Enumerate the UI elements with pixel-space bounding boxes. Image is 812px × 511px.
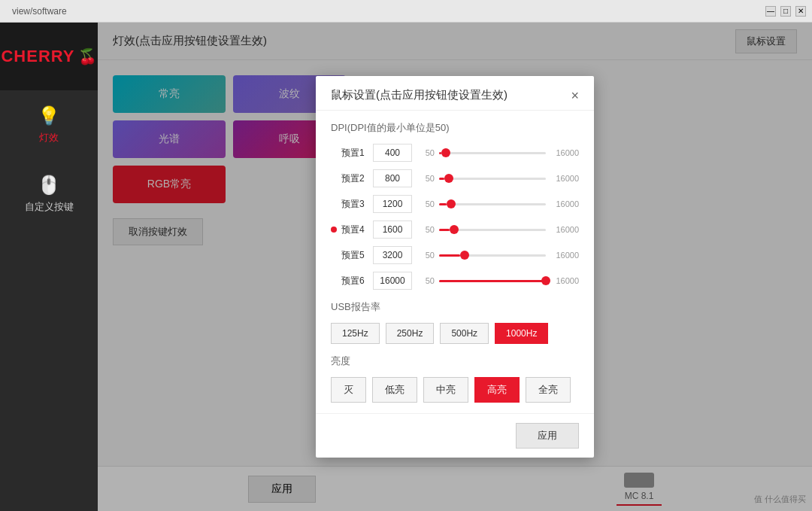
dpi-label-4: 预置4 [341, 224, 368, 236]
dpi-slider-container-1[interactable] [439, 145, 546, 160]
custom-icon: 🖱️ [38, 175, 60, 196]
freq-1000hz-button[interactable]: 1000Hz [495, 323, 548, 344]
dpi-slider-track-6 [439, 280, 546, 282]
dpi-slider-container-3[interactable] [439, 196, 546, 211]
dpi-row-6: 预置6 50 16000 [331, 272, 579, 290]
dpi-min-5: 50 [417, 251, 435, 260]
dpi-slider-fill-2 [439, 178, 444, 180]
app-container: CHERRY 🍒 💡 灯效 🖱️ 自定义按键 灯效(点击应用按钮使设置生效) 鼠… [0, 23, 812, 511]
dpi-slider-thumb-6[interactable] [541, 276, 550, 285]
dpi-max-6: 16000 [550, 276, 579, 285]
dpi-min-3: 50 [417, 199, 435, 208]
sidebar-custom-label: 自定义按键 [25, 200, 74, 214]
dpi-value-1[interactable] [373, 144, 412, 162]
main-content: 灯效(点击应用按钮使设置生效) 鼠标设置 常亮 波纹 光谱 呼吸 RGB常亮 取… [98, 23, 812, 511]
dialog-overlay: 鼠标设置(点击应用按钮使设置生效) × DPI(DPI值的最小单位是50) 预置… [98, 23, 812, 511]
dpi-value-6[interactable] [373, 272, 412, 290]
minimize-button[interactable]: — [765, 6, 776, 17]
bright-full-button[interactable]: 全亮 [526, 377, 571, 403]
dpi-max-4: 16000 [550, 225, 579, 234]
title-bar-text: view/software [6, 6, 765, 17]
dpi-slider-fill-6 [439, 280, 546, 282]
freq-buttons: 125Hz 250Hz 500Hz 1000Hz [331, 323, 579, 344]
dpi-slider-track-2 [439, 178, 546, 180]
dpi-value-5[interactable] [373, 246, 412, 264]
dpi-slider-fill-5 [439, 254, 460, 257]
dpi-max-5: 16000 [550, 251, 579, 260]
dialog-body: DPI(DPI值的最小单位是50) 预置1 50 [316, 111, 594, 413]
freq-500hz-button[interactable]: 500Hz [440, 323, 489, 344]
dpi-label-6: 预置6 [341, 275, 368, 287]
bright-high-button[interactable]: 高亮 [474, 377, 520, 403]
dpi-slider-thumb-3[interactable] [447, 199, 456, 208]
dialog-apply-button[interactable]: 应用 [516, 423, 579, 449]
brightness-section: 亮度 灭 低亮 中亮 高亮 全亮 [331, 354, 579, 403]
dpi-label-1: 预置1 [341, 147, 368, 160]
dpi-max-3: 16000 [550, 199, 579, 208]
dpi-label-5: 预置5 [341, 249, 368, 262]
dpi-value-3[interactable] [373, 195, 412, 213]
dpi-min-2: 50 [417, 174, 435, 183]
dpi-row-4: 预置4 50 16000 [331, 221, 579, 239]
dpi-min-4: 50 [417, 225, 435, 234]
dpi-dot-5 [331, 252, 337, 258]
dpi-slider-track-1 [439, 152, 546, 154]
dpi-min-1: 50 [417, 148, 435, 157]
dialog-footer: 应用 [316, 413, 594, 458]
title-bar: view/software — □ ✕ [0, 0, 812, 23]
dpi-label-2: 预置2 [341, 172, 368, 185]
dpi-dot-1 [331, 150, 337, 156]
freq-125hz-button[interactable]: 125Hz [331, 323, 380, 344]
bright-mid-button[interactable]: 中亮 [423, 377, 468, 403]
dpi-row-3: 预置3 50 16000 [331, 195, 579, 213]
cherry-logo: CHERRY 🍒 [1, 47, 96, 66]
bright-off-button[interactable]: 灭 [331, 377, 366, 403]
dpi-row-5: 预置5 50 16000 [331, 246, 579, 264]
freq-250hz-button[interactable]: 250Hz [386, 323, 435, 344]
dpi-slider-container-4[interactable] [439, 222, 546, 237]
dpi-slider-track-4 [439, 229, 546, 231]
dpi-slider-fill-4 [439, 229, 450, 231]
dpi-slider-thumb-1[interactable] [441, 148, 450, 157]
dpi-slider-track-3 [439, 203, 546, 205]
maximize-button[interactable]: □ [780, 6, 791, 17]
usb-section: USB报告率 125Hz 250Hz 500Hz 1000Hz [331, 300, 579, 344]
dpi-row-1: 预置1 50 16000 [331, 144, 579, 162]
sidebar-logo: CHERRY 🍒 [0, 23, 98, 90]
sidebar-item-custom[interactable]: 🖱️ 自定义按键 [0, 160, 98, 229]
mouse-settings-dialog: 鼠标设置(点击应用按钮使设置生效) × DPI(DPI值的最小单位是50) 预置… [316, 76, 594, 458]
dpi-label-3: 预置3 [341, 198, 368, 211]
dpi-dot-2 [331, 175, 337, 181]
cherry-brand-text: CHERRY [1, 47, 74, 66]
bright-low-button[interactable]: 低亮 [372, 377, 417, 403]
dpi-slider-container-6[interactable] [439, 273, 546, 288]
dpi-row-2: 预置2 50 16000 [331, 169, 579, 187]
dpi-max-2: 16000 [550, 174, 579, 183]
cherry-logo-icon: 🍒 [78, 47, 97, 65]
sidebar: CHERRY 🍒 💡 灯效 🖱️ 自定义按键 [0, 23, 98, 511]
dpi-slider-fill-3 [439, 203, 447, 205]
lights-icon: 💡 [38, 105, 60, 126]
sidebar-item-lights[interactable]: 💡 灯效 [0, 90, 98, 160]
dpi-min-6: 50 [417, 276, 435, 285]
bright-buttons: 灭 低亮 中亮 高亮 全亮 [331, 377, 579, 403]
dpi-slider-thumb-4[interactable] [450, 225, 459, 234]
title-bar-buttons: — □ ✕ [765, 6, 806, 17]
dpi-slider-container-5[interactable] [439, 248, 546, 263]
dpi-slider-thumb-2[interactable] [444, 174, 453, 183]
dpi-dot-4 [331, 227, 337, 233]
dpi-value-2[interactable] [373, 169, 412, 187]
close-window-button[interactable]: ✕ [795, 6, 806, 17]
dpi-slider-container-2[interactable] [439, 171, 546, 186]
brightness-section-label: 亮度 [331, 354, 579, 368]
dpi-dot-6 [331, 278, 337, 284]
dialog-title: 鼠标设置(点击应用按钮使设置生效) [331, 88, 508, 102]
dialog-header: 鼠标设置(点击应用按钮使设置生效) × [316, 76, 594, 111]
dpi-slider-thumb-5[interactable] [460, 251, 469, 260]
dpi-section-label: DPI(DPI值的最小单位是50) [331, 121, 579, 135]
dpi-value-4[interactable] [373, 221, 412, 239]
dpi-slider-track-5 [439, 254, 546, 257]
sidebar-lights-label: 灯效 [39, 131, 59, 144]
dialog-close-button[interactable]: × [571, 89, 579, 102]
dpi-dot-3 [331, 201, 337, 207]
